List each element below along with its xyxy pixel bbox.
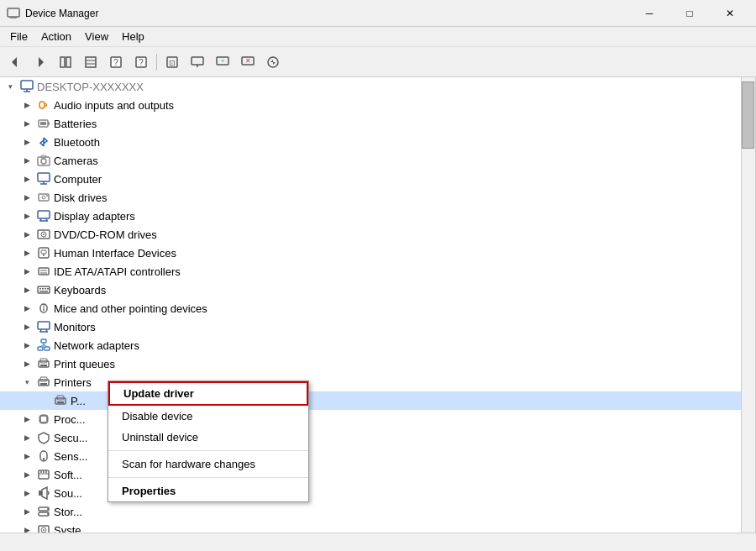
svg-rect-66 [38,347,43,350]
print-queues-expander[interactable]: ▶ [20,357,34,370]
menu-file[interactable]: File [3,29,34,45]
print-queues-label: Print queues [54,358,115,370]
hid-icon [37,246,50,260]
mice-expander[interactable]: ▶ [20,302,34,315]
storage-expander[interactable]: ▶ [20,505,34,518]
root-expander[interactable]: ▾ [3,80,17,93]
tree-item-computer[interactable]: ▶ Computer [0,170,741,188]
svg-point-98 [43,471,45,473]
svg-rect-47 [41,250,46,254]
storage-label: Stor... [54,506,82,518]
scan-button[interactable]: ⊡ [160,50,184,74]
tree-item-ide[interactable]: ▶ IDE ATA/ATAPI controllers [0,262,741,281]
add-button[interactable]: + [211,50,234,74]
keyboards-label: Keyboards [54,284,106,296]
svg-rect-94 [43,458,45,460]
window-title: Device Manager [25,8,630,19]
tree-item-disk[interactable]: ▶ Disk drives [0,188,741,207]
minimize-button[interactable]: ─ [630,0,669,27]
context-menu-uninstall[interactable]: Uninstall device [108,427,308,448]
menu-help[interactable]: Help [115,29,151,45]
sensors-label: Sens... [54,450,87,463]
remove-button[interactable]: ✕ [236,50,260,74]
display-expander[interactable]: ▶ [20,209,34,223]
sound-expander[interactable]: ▶ [20,486,34,500]
software-expander[interactable]: ▶ [20,468,34,481]
tree-item-monitors[interactable]: ▶ Monitors [0,317,741,336]
printers-expander[interactable]: ▾ [20,375,34,389]
context-menu-scan[interactable]: Scan for hardware changes [108,454,308,475]
tree-item-system[interactable]: ▶ Syste... [0,521,741,533]
batteries-expander[interactable]: ▶ [20,117,34,130]
dvd-expander[interactable]: ▶ [20,228,34,241]
show-hide-button[interactable] [54,50,77,74]
back-button[interactable] [3,50,27,74]
cameras-expander[interactable]: ▶ [20,154,34,167]
status-bar [0,533,756,551]
computer-icon [37,172,50,186]
monitor-button[interactable] [186,50,209,74]
tree-item-hid[interactable]: ▶ Human Interface Devices [0,244,741,262]
tree-item-storage[interactable]: ▶ Stor... [0,502,741,521]
bluetooth-expander[interactable]: ▶ [20,135,34,149]
dvd-icon [37,228,50,241]
close-button[interactable]: ✕ [711,0,749,27]
computer-expander[interactable]: ▶ [20,172,34,186]
tree-item-network[interactable]: ▶ Network adapters [0,336,741,354]
tree-root[interactable]: ▾ DESKTOP-XXXXXXX [0,77,741,96]
svg-rect-67 [45,347,50,350]
tree-item-batteries[interactable]: ▶ Batteries [0,114,741,133]
computer-label: Computer [54,173,102,186]
context-menu-properties[interactable]: Properties [108,480,308,501]
monitors-label: Monitors [54,321,96,333]
svg-rect-79 [57,401,64,403]
help-button[interactable]: ? [104,50,128,74]
sensors-expander[interactable]: ▶ [20,449,34,463]
svg-rect-49 [39,268,49,275]
mice-icon [37,302,50,315]
svg-text:?: ? [139,58,144,67]
processors-expander[interactable]: ▶ [20,412,34,426]
context-menu-disable[interactable]: Disable device [108,406,308,427]
tree-item-mice[interactable]: ▶ Mice and other pointing devices [0,299,741,317]
svg-rect-28 [48,122,50,125]
audio-expander[interactable]: ▶ [20,98,34,112]
sound-icon [37,486,50,500]
network-icon [37,338,50,352]
display-label: Display adapters [54,210,135,223]
context-menu-update-driver[interactable]: Update driver [108,381,308,406]
maximize-button[interactable]: □ [670,0,709,27]
forward-button[interactable] [29,50,52,74]
scrollbar-track[interactable] [741,77,755,533]
svg-marker-2 [12,57,17,67]
tree-item-keyboards[interactable]: ▶ Keyboards [0,281,741,299]
hid-expander[interactable]: ▶ [20,246,34,260]
menu-view[interactable]: View [78,29,115,45]
disk-expander[interactable]: ▶ [20,191,34,204]
tree-item-display[interactable]: ▶ Display adapters [0,207,741,225]
monitors-expander[interactable]: ▶ [20,320,34,333]
tree-item-dvd[interactable]: ▶ DVD/CD-ROM drives [0,225,741,244]
tree-item-print-queues[interactable]: ▶ Print queues [0,354,741,373]
software-icon [37,468,50,481]
svg-point-99 [45,471,47,473]
scrollbar-thumb[interactable] [742,81,754,149]
network-label: Network adapters [54,339,139,352]
help-book-button[interactable]: ? [129,50,153,74]
network-expander[interactable]: ▶ [20,338,34,352]
list-button[interactable] [79,50,102,74]
download-button[interactable] [261,50,285,74]
svg-rect-65 [41,339,46,343]
tree-item-bluetooth[interactable]: ▶ Bluetooth [0,133,741,151]
menu-action[interactable]: Action [34,29,78,45]
system-icon [37,523,50,533]
ide-expander[interactable]: ▶ [20,265,34,278]
tree-item-cameras[interactable]: ▶ Cameras [0,151,741,170]
svg-rect-29 [40,122,46,125]
security-expander[interactable]: ▶ [20,431,34,444]
system-expander[interactable]: ▶ [20,523,34,533]
tree-item-audio[interactable]: ▶ Audio inputs and outputs [0,96,741,114]
keyboards-expander[interactable]: ▶ [20,283,34,296]
svg-rect-53 [39,288,41,290]
dvd-label: DVD/CD-ROM drives [54,228,157,241]
